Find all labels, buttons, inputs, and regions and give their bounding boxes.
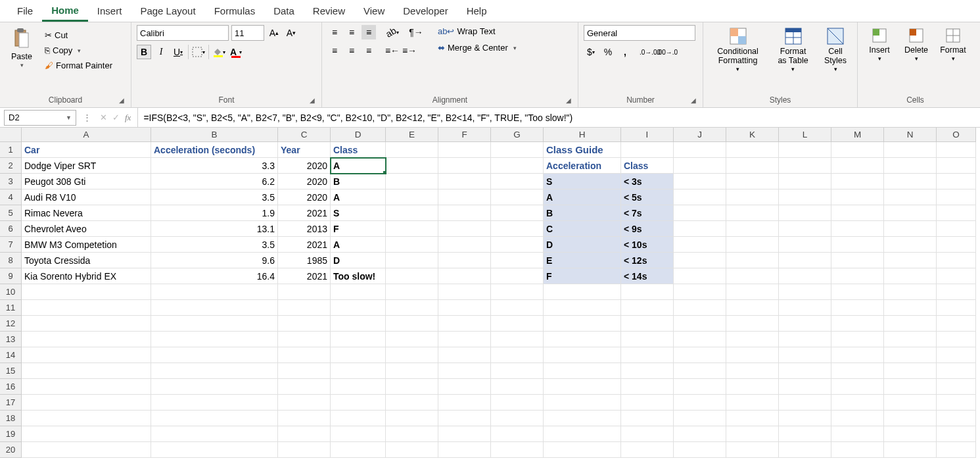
cell-F11[interactable] — [438, 300, 491, 316]
cell-M7[interactable] — [831, 237, 884, 253]
number-format-combo[interactable] — [584, 25, 695, 41]
cell-G12[interactable] — [491, 316, 544, 332]
cell-N12[interactable] — [884, 316, 937, 332]
col-header-M[interactable]: M — [831, 128, 884, 142]
car-name[interactable]: Peugot 308 Gti — [22, 174, 151, 189]
cell-N1[interactable] — [884, 142, 937, 158]
car-class[interactable]: S — [331, 205, 386, 221]
cancel-formula-icon[interactable]: ✕ — [100, 113, 107, 122]
cell-F19[interactable] — [438, 426, 491, 442]
col-header-N[interactable]: N — [884, 128, 937, 142]
header-year[interactable]: Year — [278, 142, 331, 158]
cell-J18[interactable] — [674, 411, 726, 426]
cell-J17[interactable] — [674, 395, 726, 411]
cell-O19[interactable] — [937, 426, 976, 442]
row-header-3[interactable]: 3 — [0, 174, 22, 189]
merge-center-button[interactable]: ⬌Merge & Center▾ — [435, 41, 519, 54]
cell-G18[interactable] — [491, 411, 544, 426]
cell-K10[interactable] — [726, 284, 779, 300]
cell-K1[interactable] — [726, 142, 779, 158]
row-header-18[interactable]: 18 — [0, 411, 22, 426]
cell-K14[interactable] — [726, 347, 779, 363]
cell-G11[interactable] — [491, 300, 544, 316]
menu-developer[interactable]: Developer — [394, 1, 457, 20]
col-header-B[interactable]: B — [151, 128, 278, 142]
cell-J9[interactable] — [674, 268, 726, 284]
row-header-15[interactable]: 15 — [0, 363, 22, 379]
cell-L4[interactable] — [779, 189, 831, 205]
cell-A11[interactable] — [22, 300, 151, 316]
bold-button[interactable]: B — [137, 45, 151, 59]
cell-styles-button[interactable]: Cell Styles▾ — [819, 25, 852, 74]
col-header-A[interactable]: A — [22, 128, 151, 142]
car-year[interactable]: 2020 — [278, 189, 331, 205]
menu-page-layout[interactable]: Page Layout — [131, 1, 204, 20]
cell-N6[interactable] — [884, 221, 937, 237]
cell-H15[interactable] — [544, 363, 621, 379]
car-year[interactable]: 2020 — [278, 158, 331, 174]
format-as-table-button[interactable]: Format as Table▾ — [771, 25, 815, 74]
cell-G14[interactable] — [491, 347, 544, 363]
cell-G17[interactable] — [491, 395, 544, 411]
conditional-formatting-button[interactable]: Conditional Formatting▾ — [709, 25, 767, 74]
col-header-G[interactable]: G — [491, 128, 544, 142]
formula-input[interactable]: =IFS(B2<3, "S", B2<5, "A", B2<7, "B", B2… — [138, 108, 980, 127]
cell-O10[interactable] — [937, 284, 976, 300]
cell-G10[interactable] — [491, 284, 544, 300]
cell-B14[interactable] — [151, 347, 278, 363]
car-accel[interactable]: 3.3 — [151, 158, 278, 174]
cell-M3[interactable] — [831, 174, 884, 189]
row-header-7[interactable]: 7 — [0, 237, 22, 253]
borders-button[interactable]: ▾ — [191, 45, 206, 59]
row-header-9[interactable]: 9 — [0, 268, 22, 284]
cell-L14[interactable] — [779, 347, 831, 363]
col-header-D[interactable]: D — [331, 128, 386, 142]
cell-G3[interactable] — [491, 174, 544, 189]
cell-F1[interactable] — [438, 142, 491, 158]
cell-F14[interactable] — [438, 347, 491, 363]
cell-A17[interactable] — [22, 395, 151, 411]
guide-grade[interactable]: A — [544, 189, 621, 205]
cell-E4[interactable] — [386, 189, 438, 205]
cell-H11[interactable] — [544, 300, 621, 316]
cell-E1[interactable] — [386, 142, 438, 158]
cell-D13[interactable] — [331, 332, 386, 347]
row-header-2[interactable]: 2 — [0, 158, 22, 174]
row-header-4[interactable]: 4 — [0, 189, 22, 205]
cell-L2[interactable] — [779, 158, 831, 174]
cell-K5[interactable] — [726, 205, 779, 221]
cell-C13[interactable] — [278, 332, 331, 347]
cell-G20[interactable] — [491, 442, 544, 458]
row-header-5[interactable]: 5 — [0, 205, 22, 221]
insert-cells-button[interactable]: Insert▾ — [863, 25, 896, 63]
fx-icon[interactable]: fx — [125, 113, 131, 123]
col-header-K[interactable]: K — [726, 128, 779, 142]
accept-formula-icon[interactable]: ✓ — [112, 113, 120, 122]
cell-I10[interactable] — [621, 284, 674, 300]
cell-L5[interactable] — [779, 205, 831, 221]
cell-F7[interactable] — [438, 237, 491, 253]
font-name-combo[interactable] — [137, 25, 229, 41]
cell-A20[interactable] — [22, 442, 151, 458]
comma-button[interactable]: , — [618, 45, 632, 59]
cell-O9[interactable] — [937, 268, 976, 284]
cell-E17[interactable] — [386, 395, 438, 411]
col-header-J[interactable]: J — [674, 128, 726, 142]
menu-view[interactable]: View — [354, 1, 394, 20]
guide-value[interactable]: < 5s — [621, 189, 674, 205]
cell-K11[interactable] — [726, 300, 779, 316]
cell-H13[interactable] — [544, 332, 621, 347]
cell-J8[interactable] — [674, 253, 726, 268]
cell-F3[interactable] — [438, 174, 491, 189]
cell-N17[interactable] — [884, 395, 937, 411]
cell-H19[interactable] — [544, 426, 621, 442]
cell-F18[interactable] — [438, 411, 491, 426]
cell-L7[interactable] — [779, 237, 831, 253]
cell-L6[interactable] — [779, 221, 831, 237]
cell-G5[interactable] — [491, 205, 544, 221]
cell-N3[interactable] — [884, 174, 937, 189]
cell-O1[interactable] — [937, 142, 976, 158]
cell-K16[interactable] — [726, 379, 779, 395]
cell-D20[interactable] — [331, 442, 386, 458]
font-color-button[interactable]: A▾ — [229, 45, 243, 59]
